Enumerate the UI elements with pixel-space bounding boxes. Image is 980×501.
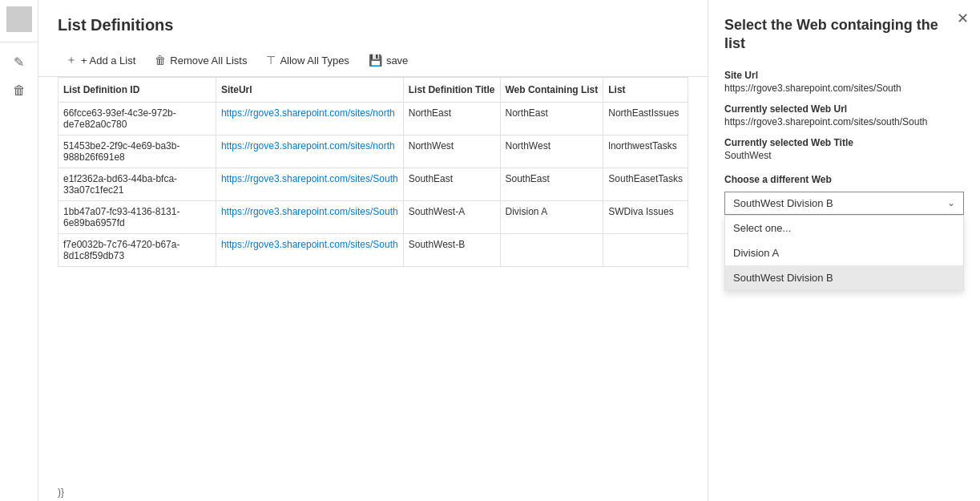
col-header-siteurl: SiteUrl [216,78,403,103]
right-panel: ✕ Select the Web containging the list Si… [708,0,980,501]
dropdown-option[interactable]: Division A [725,240,963,265]
filter-icon: ⊤ [266,54,276,67]
cell-list: lnorthwestTasks [603,135,688,168]
cell-id: 66fcce63-93ef-4c3e-972b-de7e82a0c780 [58,103,216,135]
current-web-url-label: Currently selected Web Url [724,103,964,115]
col-header-title: List Definition Title [403,78,500,103]
site-url-value: https://rgove3.sharepoint.com/sites/Sout… [724,83,964,94]
cell-web: NorthWest [500,135,603,168]
remove-all-lists-button[interactable]: 🗑 Remove All Lists [147,50,255,71]
dropdown-selected-value: SouthWest Division B [733,197,833,209]
cell-list [603,234,688,267]
page-title: List Definitions [38,0,708,44]
dropdown-option[interactable]: Select one... [725,216,963,240]
save-icon: 💾 [369,54,382,67]
col-header-list: List [603,78,688,103]
cell-list: SWDiva Issues [603,201,688,234]
cell-title: NorthEast [403,103,500,135]
cell-id: e1f2362a-bd63-44ba-bfca-33a07c1fec21 [58,168,216,201]
add-list-label: + Add a List [81,55,135,67]
cell-id: f7e0032b-7c76-4720-b67a-8d1c8f59db73 [58,234,216,267]
cell-list: SouthEasetTasks [603,168,688,201]
main-area: List Definitions ＋ + Add a List 🗑 Remove… [38,0,708,501]
cell-id: 1bb47a07-fc93-4136-8131-6e89ba6957fd [58,201,216,234]
current-web-title-value: SouthWest [724,150,964,161]
trash-icon[interactable]: 🗑 [6,78,32,103]
table-row: f7e0032b-7c76-4720-b67a-8d1c8f59db73 htt… [58,234,688,267]
current-web-url-value: https://rgove3.sharepoint.com/sites/sout… [724,116,964,127]
site-url-label: Site Url [724,70,964,81]
cell-siteurl: https://rgove3.sharepoint.com/sites/Sout… [216,168,403,201]
web-dropdown-container: SouthWest Division B ⌄ Select one...Divi… [724,192,964,215]
remove-all-label: Remove All Lists [170,55,247,67]
sidebar-logo-block [6,6,32,32]
cell-title: SouthEast [403,168,500,201]
cell-title: SouthWest-A [403,201,500,234]
sidebar-divider [0,42,38,42]
allow-all-types-button[interactable]: ⊤ Allow All Types [258,50,357,71]
table-row: 51453be2-2f9c-4e69-ba3b-988b26f691e8 htt… [58,135,688,168]
cell-web [500,234,603,267]
cell-siteurl: https://rgove3.sharepoint.com/sites/nort… [216,103,403,135]
close-button[interactable]: ✕ [957,11,969,26]
table-row: 1bb47a07-fc93-4136-8131-6e89ba6957fd htt… [58,201,688,234]
table-container: List Definition ID SiteUrl List Definiti… [38,77,708,483]
cell-web: Division A [500,201,603,234]
col-header-web: Web Containing List [500,78,603,103]
chevron-down-icon: ⌄ [947,197,955,208]
cell-title: SouthWest-B [403,234,500,267]
table-row: e1f2362a-bd63-44ba-bfca-33a07c1fec21 htt… [58,168,688,201]
toolbar: ＋ + Add a List 🗑 Remove All Lists ⊤ Allo… [38,44,708,77]
cell-list: NorthEastIssues [603,103,688,135]
delete-icon: 🗑 [155,54,166,67]
cell-id: 51453be2-2f9c-4e69-ba3b-988b26f691e8 [58,135,216,168]
save-label: save [386,55,408,67]
col-header-id: List Definition ID [58,78,216,103]
cell-siteurl: https://rgove3.sharepoint.com/sites/Sout… [216,201,403,234]
add-list-button[interactable]: ＋ + Add a List [58,49,143,71]
cell-siteurl: https://rgove3.sharepoint.com/sites/nort… [216,135,403,168]
choose-web-label: Choose a different Web [724,174,964,185]
panel-title: Select the Web containging the list [724,16,964,54]
list-definitions-table: List Definition ID SiteUrl List Definiti… [58,77,688,267]
cell-web: NorthEast [500,103,603,135]
plus-icon: ＋ [66,53,77,67]
cell-web: SouthEast [500,168,603,201]
dropdown-options-list: Select one...Division ASouthWest Divisio… [724,215,964,291]
dropdown-option[interactable]: SouthWest Division B [725,265,963,290]
allow-all-label: Allow All Types [280,55,349,67]
cell-title: NorthWest [403,135,500,168]
left-sidebar: ✎ 🗑 [0,0,38,501]
cell-siteurl: https://rgove3.sharepoint.com/sites/Sout… [216,234,403,267]
current-web-title-label: Currently selected Web Title [724,137,964,148]
footer-text: )} [38,483,708,501]
web-dropdown[interactable]: SouthWest Division B ⌄ [724,192,964,215]
save-button[interactable]: 💾 save [361,50,416,71]
table-row: 66fcce63-93ef-4c3e-972b-de7e82a0c780 htt… [58,103,688,135]
edit-icon[interactable]: ✎ [6,49,32,75]
